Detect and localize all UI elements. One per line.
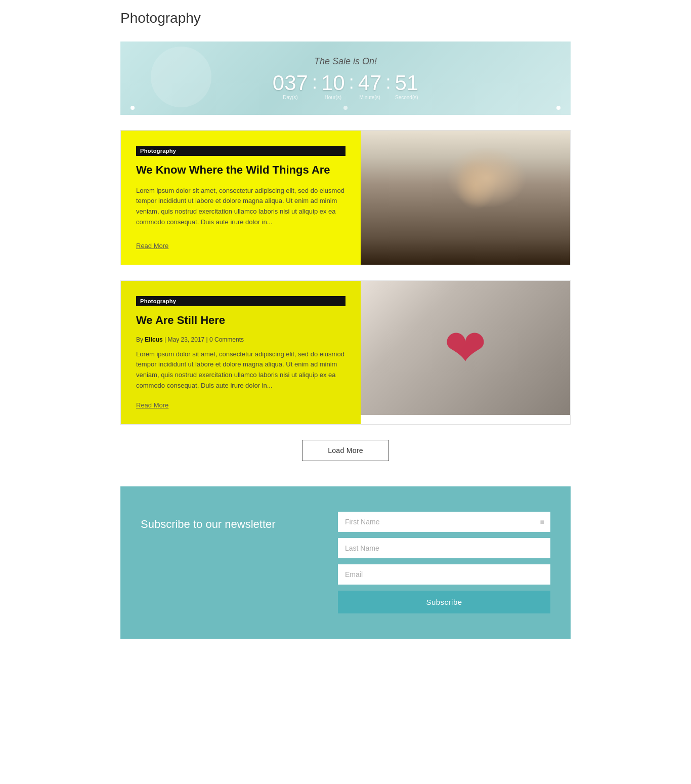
category-badge-2[interactable]: Photography xyxy=(136,296,346,306)
article-comments-2: 0 Comments xyxy=(209,336,244,343)
article-title-1: We Know Where the Wild Things Are xyxy=(136,163,346,178)
read-more-2[interactable]: Read More xyxy=(136,401,346,409)
article-card-2: Photography We Are Still Here By Elicus … xyxy=(120,280,571,425)
article-author-2[interactable]: Elicus xyxy=(145,336,162,343)
first-name-wrapper: ■ xyxy=(338,512,550,532)
banner-dot-1[interactable] xyxy=(131,106,135,110)
sale-banner-title: The Sale is On! xyxy=(314,56,377,67)
article-image-1 xyxy=(361,131,570,265)
article-excerpt-2: Lorem ipsum dolor sit amet, consectetur … xyxy=(136,349,346,391)
meta-by: By xyxy=(136,336,145,343)
article-date-2: May 23, 2017 xyxy=(168,336,205,343)
load-more-button[interactable]: Load More xyxy=(302,440,389,461)
read-more-1[interactable]: Read More xyxy=(136,242,346,250)
countdown-seconds: 51 Second(s) xyxy=(395,72,418,100)
banner-dots xyxy=(120,106,571,110)
input-icon-firstname: ■ xyxy=(540,518,544,526)
category-badge-1[interactable]: Photography xyxy=(136,146,346,156)
newsletter-form: ■ Subscribe xyxy=(338,512,550,613)
newsletter-title: Subscribe to our newsletter xyxy=(141,512,318,532)
article-title-2: We Are Still Here xyxy=(136,313,346,328)
banner-dot-2[interactable] xyxy=(343,106,348,110)
last-name-input[interactable] xyxy=(338,538,550,558)
meta-sep1: | xyxy=(163,336,168,343)
article-content-2: Photography We Are Still Here By Elicus … xyxy=(121,281,361,424)
article-content-1: Photography We Know Where the Wild Thing… xyxy=(121,131,361,265)
article-meta-2: By Elicus | May 23, 2017 | 0 Comments xyxy=(136,336,346,343)
article-excerpt-1: Lorem ipsum dolor sit amet, consectetur … xyxy=(136,186,346,228)
countdown-minutes: 47 Minute(s) xyxy=(358,72,382,100)
first-name-input[interactable] xyxy=(338,512,550,532)
meta-sep2: | xyxy=(204,336,209,343)
email-input[interactable] xyxy=(338,564,550,585)
countdown: 037 Day(s) : 10 Hour(s) : 47 Minute(s) :… xyxy=(273,72,418,100)
article-image-2 xyxy=(361,281,570,415)
banner-dot-3[interactable] xyxy=(556,106,560,110)
countdown-days: 037 Day(s) xyxy=(273,72,308,100)
countdown-hours: 10 Hour(s) xyxy=(321,72,345,100)
newsletter-section: Subscribe to our newsletter ■ Subscribe xyxy=(120,486,571,639)
load-more-wrapper: Load More xyxy=(120,440,571,461)
page-title: Photography xyxy=(120,10,571,26)
sale-banner: The Sale is On! 037 Day(s) : 10 Hour(s) … xyxy=(120,42,571,115)
article-card-1: Photography We Know Where the Wild Thing… xyxy=(120,130,571,265)
subscribe-button[interactable]: Subscribe xyxy=(338,591,550,613)
